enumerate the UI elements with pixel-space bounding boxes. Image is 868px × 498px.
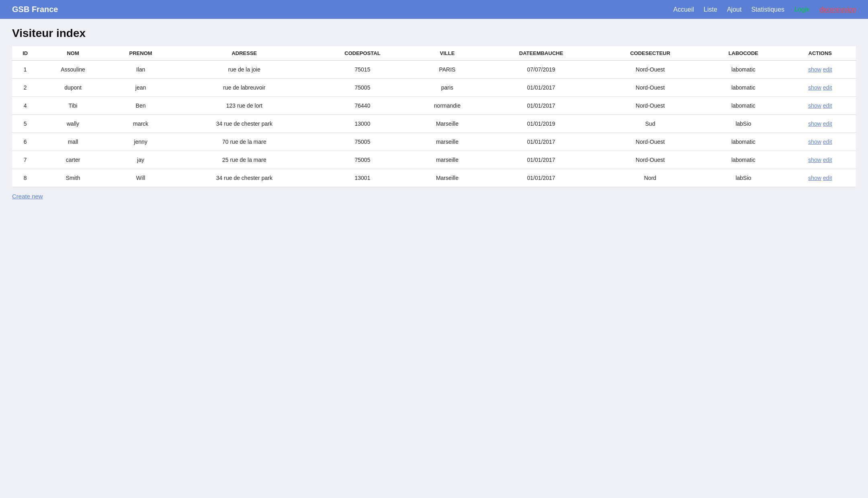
cell-actions: showedit	[784, 115, 856, 133]
show-link-2[interactable]: show	[808, 84, 821, 91]
col-nom: NOM	[38, 46, 108, 61]
cell-id: 4	[12, 97, 38, 115]
cell-labocode: labomatic	[702, 151, 784, 169]
show-link-4[interactable]: show	[808, 102, 821, 109]
main-nav: Accueil Liste Ajout Statistiques Login d…	[674, 6, 856, 13]
cell-nom: mall	[38, 133, 108, 151]
cell-codepostal: 75005	[315, 79, 410, 97]
cell-id: 1	[12, 61, 38, 79]
table-header: ID NOM PRENOM ADRESSE CODEPOSTAL VILLE D…	[12, 46, 856, 61]
cell-actions: showedit	[784, 61, 856, 79]
table-row: 4TibiBen123 rue de lort76440normandie01/…	[12, 97, 856, 115]
cell-codepostal: 13001	[315, 169, 410, 187]
cell-dateembauche: 07/07/2019	[484, 61, 598, 79]
table-row: 7carterjay25 rue de la mare75005marseill…	[12, 151, 856, 169]
cell-prenom: marck	[108, 115, 174, 133]
cell-ville: paris	[410, 79, 484, 97]
cell-dateembauche: 01/01/2017	[484, 79, 598, 97]
page-content: Visiteur index ID NOM PRENOM ADRESSE COD…	[0, 19, 868, 208]
cell-dateembauche: 01/01/2017	[484, 169, 598, 187]
cell-prenom: Ilan	[108, 61, 174, 79]
cell-actions: showedit	[784, 97, 856, 115]
edit-link-2[interactable]: edit	[823, 84, 832, 91]
cell-nom: Smith	[38, 169, 108, 187]
show-link-7[interactable]: show	[808, 157, 821, 163]
cell-labocode: labSio	[702, 115, 784, 133]
cell-ville: PARIS	[410, 61, 484, 79]
cell-actions: showedit	[784, 169, 856, 187]
cell-ville: Marseille	[410, 115, 484, 133]
cell-dateembauche: 01/01/2017	[484, 133, 598, 151]
show-link-6[interactable]: show	[808, 139, 821, 145]
cell-codesecteur: Nord-Ouest	[598, 133, 702, 151]
nav-login[interactable]: Login	[794, 6, 810, 13]
cell-prenom: jay	[108, 151, 174, 169]
table-row: 5wallymarck34 rue de chester park13000Ma…	[12, 115, 856, 133]
edit-link-5[interactable]: edit	[823, 120, 832, 127]
cell-id: 6	[12, 133, 38, 151]
create-new-link[interactable]: Create new	[12, 193, 43, 200]
nav-liste[interactable]: Liste	[704, 6, 717, 13]
cell-codesecteur: Sud	[598, 115, 702, 133]
show-link-1[interactable]: show	[808, 66, 821, 73]
cell-id: 7	[12, 151, 38, 169]
edit-link-7[interactable]: edit	[823, 157, 832, 163]
table-header-row: ID NOM PRENOM ADRESSE CODEPOSTAL VILLE D…	[12, 46, 856, 61]
cell-actions: showedit	[784, 133, 856, 151]
col-ville: VILLE	[410, 46, 484, 61]
cell-prenom: Will	[108, 169, 174, 187]
cell-codesecteur: Nord	[598, 169, 702, 187]
cell-nom: Tibi	[38, 97, 108, 115]
cell-adresse: 25 rue de la mare	[174, 151, 315, 169]
col-adresse: ADRESSE	[174, 46, 315, 61]
cell-ville: marseille	[410, 151, 484, 169]
table-row: 8SmithWill34 rue de chester park13001Mar…	[12, 169, 856, 187]
cell-codesecteur: Nord-Ouest	[598, 79, 702, 97]
page-title: Visiteur index	[12, 27, 856, 40]
show-link-8[interactable]: show	[808, 175, 821, 181]
site-header: GSB France Accueil Liste Ajout Statistiq…	[0, 0, 868, 19]
cell-labocode: labomatic	[702, 133, 784, 151]
col-id: ID	[12, 46, 38, 61]
cell-labocode: labSio	[702, 169, 784, 187]
cell-ville: normandie	[410, 97, 484, 115]
show-link-5[interactable]: show	[808, 120, 821, 127]
cell-actions: showedit	[784, 79, 856, 97]
edit-link-1[interactable]: edit	[823, 66, 832, 73]
cell-adresse: rue de labreuvoir	[174, 79, 315, 97]
table-row: 6malljenny70 rue de la mare75005marseill…	[12, 133, 856, 151]
cell-nom: dupont	[38, 79, 108, 97]
nav-ajout[interactable]: Ajout	[727, 6, 741, 13]
cell-codepostal: 75005	[315, 133, 410, 151]
col-prenom: PRENOM	[108, 46, 174, 61]
nav-statistiques[interactable]: Statistiques	[751, 6, 784, 13]
cell-dateembauche: 01/01/2017	[484, 97, 598, 115]
cell-codepostal: 76440	[315, 97, 410, 115]
col-labocode: LABOCODE	[702, 46, 784, 61]
cell-codepostal: 75005	[315, 151, 410, 169]
cell-id: 8	[12, 169, 38, 187]
visiteurs-table: ID NOM PRENOM ADRESSE CODEPOSTAL VILLE D…	[12, 46, 856, 187]
cell-dateembauche: 01/01/2019	[484, 115, 598, 133]
cell-adresse: 34 rue de chester park	[174, 169, 315, 187]
cell-prenom: jenny	[108, 133, 174, 151]
col-codesecteur: CODESECTEUR	[598, 46, 702, 61]
cell-adresse: 70 rue de la mare	[174, 133, 315, 151]
cell-id: 5	[12, 115, 38, 133]
col-actions: ACTIONS	[784, 46, 856, 61]
nav-accueil[interactable]: Accueil	[674, 6, 694, 13]
edit-link-4[interactable]: edit	[823, 102, 832, 109]
table-body: 1AssoulineIlanrue de la joie75015PARIS07…	[12, 61, 856, 187]
cell-labocode: labomatic	[702, 97, 784, 115]
nav-deconnexion[interactable]: deconnexion	[819, 6, 856, 13]
cell-ville: Marseille	[410, 169, 484, 187]
cell-dateembauche: 01/01/2017	[484, 151, 598, 169]
cell-id: 2	[12, 79, 38, 97]
brand-logo: GSB France	[12, 5, 58, 14]
edit-link-8[interactable]: edit	[823, 175, 832, 181]
cell-prenom: Ben	[108, 97, 174, 115]
cell-actions: showedit	[784, 151, 856, 169]
cell-labocode: labomatic	[702, 61, 784, 79]
edit-link-6[interactable]: edit	[823, 139, 832, 145]
col-codepostal: CODEPOSTAL	[315, 46, 410, 61]
